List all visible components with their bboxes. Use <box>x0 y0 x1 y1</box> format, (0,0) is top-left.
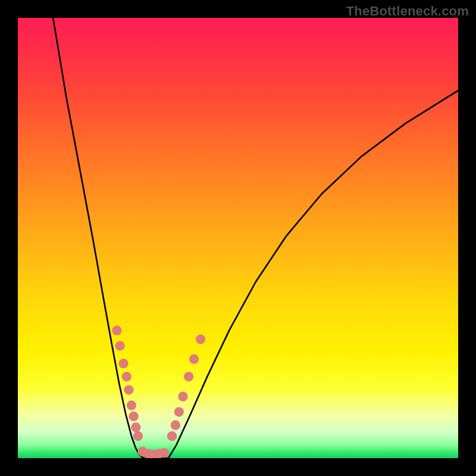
marker-dot <box>115 341 125 350</box>
marker-dot <box>196 334 205 344</box>
marker-dots <box>112 325 205 458</box>
marker-dot <box>174 407 184 416</box>
marker-dot <box>167 431 177 441</box>
marker-dot <box>122 372 131 381</box>
marker-dot <box>129 412 138 421</box>
curve-layer <box>18 18 458 458</box>
marker-dot <box>112 325 121 335</box>
marker-dot <box>184 372 193 381</box>
v-curve-path <box>53 18 458 458</box>
marker-dot <box>178 392 187 401</box>
marker-dot <box>131 422 140 432</box>
marker-dot <box>171 420 180 430</box>
chart-frame: TheBottleneck.com <box>0 0 476 476</box>
marker-dot <box>124 385 133 394</box>
marker-dot <box>189 354 199 364</box>
watermark-text: TheBottleneck.com <box>346 4 469 19</box>
bottleneck-curve <box>53 18 458 458</box>
marker-dot <box>133 431 143 441</box>
marker-dot <box>118 359 128 368</box>
marker-dot <box>127 400 136 410</box>
plot-area <box>18 18 458 458</box>
marker-dot <box>159 448 169 458</box>
